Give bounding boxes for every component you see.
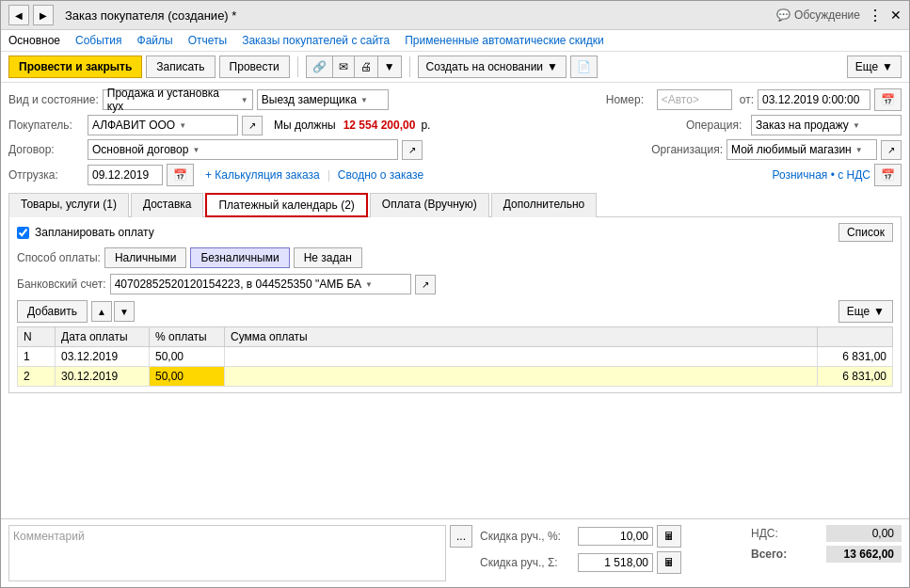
comment-field[interactable]: Комментарий — [8, 525, 446, 581]
discount-sum-calc-btn[interactable]: 🖩 — [657, 551, 681, 574]
org-label: Организация: — [651, 143, 723, 156]
create-basis-arrow: ▼ — [547, 60, 558, 73]
main-window: ◀ ▶ Заказ покупателя (создание) * 💬 Обсу… — [0, 0, 910, 588]
operation-select[interactable]: Заказ на продажу — [751, 115, 902, 135]
method-cash-btn[interactable]: Наличными — [104, 247, 187, 268]
table-more-arrow: ▼ — [873, 305, 885, 318]
date-calendar-btn[interactable]: 📅 — [874, 88, 902, 111]
conduct-close-button[interactable]: Провести и закрыть — [8, 56, 142, 78]
link-icon-btn[interactable]: 🔗 — [307, 56, 333, 77]
summary-link[interactable]: Сводно о заказе — [338, 168, 423, 182]
menu-item-files[interactable]: Файлы — [137, 34, 173, 47]
comment-dots-btn[interactable]: ... — [450, 525, 472, 548]
table-more-btn[interactable]: Еще ▼ — [838, 300, 893, 323]
date-value: 03.12.2019 0:00:00 — [762, 93, 859, 106]
discount-percent-calc-btn[interactable]: 🖩 — [657, 525, 681, 548]
type-label: Вид и состояние: — [8, 93, 99, 106]
total-label: Всего: — [751, 548, 787, 561]
move-down-btn[interactable]: ▼ — [114, 301, 135, 322]
total-value: 13 662,00 — [826, 546, 902, 563]
totals-area: НДС: 0,00 Всего: 13 662,00 — [751, 525, 902, 581]
doc-icon-btn[interactable]: 📄 — [570, 56, 598, 78]
icons-group: 🔗 ✉ 🖨 ▼ — [306, 56, 402, 78]
col-percent: % оплаты — [150, 327, 225, 347]
total-row: Всего: 13 662,00 — [751, 546, 902, 563]
table-row[interactable]: 2 30.12.2019 50,00 6 831,00 — [18, 367, 893, 387]
table-row[interactable]: 1 03.12.2019 50,00 6 831,00 — [18, 347, 893, 367]
tab-goods-label: Товары, услуги (1) — [21, 198, 117, 211]
number-field[interactable]: <Авто> — [657, 89, 732, 110]
discount-percent-input[interactable] — [578, 527, 653, 546]
menu-item-osnovnoe[interactable]: Основное — [8, 34, 60, 47]
separator1 — [297, 56, 298, 77]
form-row-buyer: Покупатель: АЛФАВИТ ООО ↗ Мы должны 12 5… — [8, 115, 902, 135]
method-label: Способ оплаты: — [17, 251, 101, 264]
add-button[interactable]: Добавить — [17, 300, 88, 323]
org-open-btn[interactable]: ↗ — [881, 140, 902, 160]
operation-label: Операция: — [686, 119, 747, 132]
col-empty — [818, 327, 893, 347]
bank-account-select[interactable]: 40702852520120154223, в 044525350 "АМБ Б… — [110, 274, 411, 294]
shipment-date-field[interactable]: 09.12.2019 — [88, 165, 163, 185]
content-area: Вид и состояние: Продажа и установка кух… — [1, 83, 909, 518]
print-icon-btn[interactable]: 🖨 — [355, 56, 378, 77]
save-button[interactable]: Записать — [146, 56, 215, 78]
menu-item-auto-discounts[interactable]: Примененные автоматические скидки — [405, 34, 604, 47]
list-button[interactable]: Список — [838, 223, 893, 242]
buyer-open-btn[interactable]: ↗ — [242, 116, 263, 135]
price-type-link[interactable]: Розничная • с НДС — [772, 168, 870, 182]
shipment-calendar-btn[interactable]: 📅 — [167, 164, 194, 186]
menu-item-orders-site[interactable]: Заказы покупателей с сайта — [242, 34, 390, 47]
discount-sum-row: Скидка руч., Σ: 🖩 — [480, 551, 743, 574]
discount-percent-row: Скидка руч., %: 🖩 — [480, 525, 743, 548]
discount-sum-input[interactable] — [578, 553, 653, 572]
create-basis-button[interactable]: Создать на основании ▼ — [418, 56, 567, 78]
cell-date-1: 03.12.2019 — [56, 347, 150, 367]
tab-goods[interactable]: Товары, услуги (1) — [8, 193, 129, 217]
form-row-contract: Договор: Основной договор ↗ Организация:… — [8, 139, 902, 160]
mail-icon-btn[interactable]: ✉ — [333, 56, 355, 77]
table-toolbar: Добавить ▲ ▼ Еще ▼ — [17, 300, 893, 323]
cell-n-1: 1 — [18, 347, 56, 367]
bank-account-value: 40702852520120154223, в 044525350 "АМБ Б… — [115, 278, 361, 291]
discuss-button[interactable]: 💬 Обсуждение — [776, 8, 860, 22]
conduct-button[interactable]: Провести — [219, 56, 290, 78]
icons-more-btn[interactable]: ▼ — [378, 56, 401, 77]
tab-payment-calendar[interactable]: Платежный календарь (2) — [205, 193, 367, 217]
type-select2[interactable]: Выезд замерщика — [257, 89, 389, 110]
form-row-type: Вид и состояние: Продажа и установка кух… — [8, 88, 902, 111]
type-select1[interactable]: Продажа и установка кух — [103, 89, 253, 110]
tab-delivery[interactable]: Доставка — [131, 193, 204, 217]
close-icon[interactable]: ✕ — [890, 8, 902, 23]
tab-payment-manual[interactable]: Оплата (Вручную) — [370, 193, 489, 217]
contract-open-btn[interactable]: ↗ — [402, 140, 423, 160]
tab-additional[interactable]: Дополнительно — [491, 193, 597, 217]
back-button[interactable]: ◀ — [8, 5, 29, 25]
shipment-date-value: 09.12.2019 — [92, 168, 149, 182]
forward-button[interactable]: ▶ — [33, 5, 54, 25]
contract-select[interactable]: Основной договор — [88, 139, 398, 160]
more-arrow: ▼ — [882, 60, 893, 73]
calc-link[interactable]: + Калькуляция заказа — [205, 168, 320, 182]
menu-item-events[interactable]: События — [75, 34, 122, 47]
menu-dots-icon[interactable]: ⋮ — [868, 7, 883, 24]
price-calendar-btn[interactable]: 📅 — [874, 164, 902, 186]
footer-area: Комментарий ... Скидка руч., %: 🖩 Скидка… — [1, 518, 909, 587]
col-n: N — [18, 327, 56, 347]
tabs-row: Товары, услуги (1) Доставка Платежный ка… — [8, 192, 902, 217]
method-unset-btn[interactable]: Не задан — [294, 247, 362, 268]
tab-payment-calendar-content: Запланировать оплату Список Способ оплат… — [8, 217, 902, 393]
move-up-btn[interactable]: ▲ — [91, 301, 112, 322]
cell-sum-1: 6 831,00 — [818, 347, 893, 367]
toolbar: Провести и закрыть Записать Провести 🔗 ✉… — [1, 52, 909, 83]
date-field[interactable]: 03.12.2019 0:00:00 — [758, 89, 870, 110]
more-button[interactable]: Еще ▼ — [847, 56, 902, 78]
method-noncash-btn[interactable]: Безналичными — [190, 247, 289, 268]
bank-account-open-btn[interactable]: ↗ — [415, 275, 436, 294]
buyer-select[interactable]: АЛФАВИТ ООО — [88, 115, 238, 135]
cell-amount-1 — [225, 347, 818, 367]
table-more-label: Еще — [847, 305, 870, 318]
menu-item-reports[interactable]: Отчеты — [188, 34, 227, 47]
org-select[interactable]: Мой любимый магазин — [726, 139, 877, 160]
plan-payment-checkbox[interactable] — [17, 227, 29, 239]
